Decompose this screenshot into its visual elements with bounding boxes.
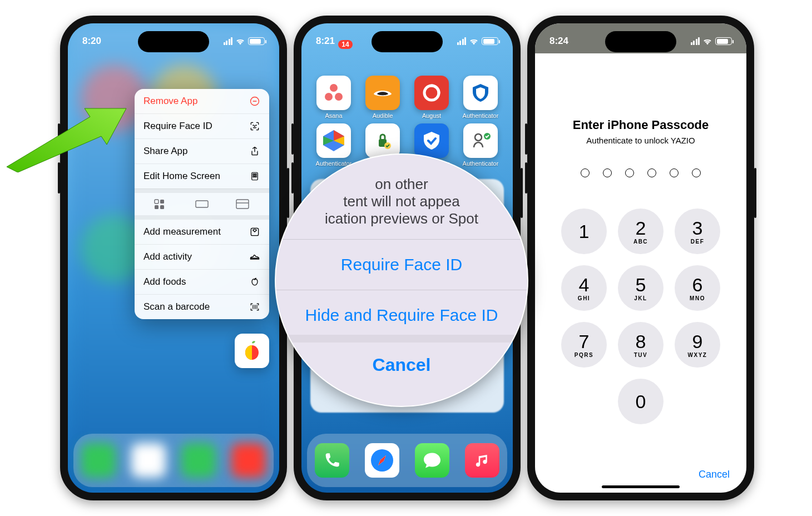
menu-label: Edit Home Screen bbox=[143, 171, 220, 182]
apps-icon bbox=[249, 171, 260, 182]
scale-icon bbox=[249, 226, 260, 237]
keypad-key-2[interactable]: 2ABC bbox=[618, 209, 664, 254]
keypad-key-5[interactable]: 5JKL bbox=[618, 265, 664, 311]
widget-small-icon[interactable] bbox=[154, 199, 169, 210]
keypad-key-8[interactable]: 8TUV bbox=[618, 322, 664, 368]
menu-add-measurement[interactable]: Add measurement bbox=[135, 220, 269, 245]
home-app[interactable]: August bbox=[407, 76, 456, 119]
app-icon[interactable] bbox=[365, 76, 400, 110]
action-hide-and-require-face-id[interactable]: Hide and Require Face ID bbox=[276, 296, 527, 335]
key-number: 6 bbox=[692, 275, 703, 294]
passcode-title: Enter iPhone Passcode bbox=[535, 118, 746, 132]
svg-point-19 bbox=[325, 93, 333, 101]
status-bar: 8:24 80 bbox=[535, 23, 746, 53]
menu-edit-home-screen[interactable]: Edit Home Screen bbox=[135, 164, 269, 189]
minus-circle-icon bbox=[249, 96, 260, 107]
wifi-icon bbox=[469, 37, 479, 45]
key-number: 5 bbox=[636, 275, 646, 294]
dock-app[interactable] bbox=[131, 443, 166, 478]
key-number: 4 bbox=[579, 275, 590, 294]
key-number: 8 bbox=[636, 332, 646, 351]
key-number: 1 bbox=[579, 222, 590, 241]
home-app[interactable]: Authenticator bbox=[456, 123, 505, 167]
home-app[interactable]: Audible bbox=[358, 76, 407, 119]
menu-add-foods[interactable]: Add foods bbox=[135, 270, 269, 295]
svg-rect-4 bbox=[252, 172, 258, 180]
svg-rect-6 bbox=[255, 174, 256, 175]
menu-remove-app[interactable]: Remove App bbox=[135, 89, 269, 114]
yazio-app-icon[interactable] bbox=[235, 334, 269, 368]
cell-signal-icon bbox=[457, 37, 467, 45]
dock-app[interactable] bbox=[231, 443, 266, 478]
status-time: 8:21 bbox=[316, 36, 335, 47]
key-number: 3 bbox=[692, 219, 703, 237]
keypad-key-1[interactable]: 1 bbox=[561, 209, 607, 254]
menu-widget-size-segment[interactable] bbox=[135, 188, 269, 220]
menu-label: Add foods bbox=[143, 276, 186, 287]
dock-app[interactable] bbox=[181, 443, 216, 478]
svg-point-20 bbox=[335, 93, 343, 101]
svg-point-18 bbox=[330, 84, 338, 92]
battery-icon: 81 bbox=[482, 37, 498, 45]
dock bbox=[73, 434, 274, 487]
menu-add-activity[interactable]: Add activity bbox=[135, 245, 269, 270]
key-number: 0 bbox=[636, 392, 646, 411]
zoom-detail-circle: on other tent will not appea ication pre… bbox=[275, 153, 528, 407]
key-number: 9 bbox=[692, 332, 703, 351]
keypad-key-3[interactable]: 3DEF bbox=[675, 209, 720, 254]
app-icon[interactable] bbox=[463, 76, 498, 110]
passcode-cancel-button[interactable]: Cancel bbox=[699, 469, 730, 480]
key-letters: PQRS bbox=[575, 352, 593, 358]
keypad-key-0[interactable]: 0 bbox=[618, 379, 664, 424]
home-screen-grid: Asana14AudibleAugustAuthenticatorAuthent… bbox=[301, 71, 513, 167]
action-require-face-id[interactable]: Require Face ID bbox=[276, 245, 527, 284]
face-id-icon bbox=[249, 121, 260, 132]
app-icon[interactable] bbox=[316, 76, 351, 110]
home-app[interactable]: Authenticator bbox=[309, 123, 358, 167]
menu-label: Scan a barcode bbox=[143, 301, 210, 312]
app-icon[interactable] bbox=[316, 123, 351, 158]
app-icon[interactable] bbox=[463, 123, 498, 158]
svg-rect-14 bbox=[236, 200, 249, 209]
phone-1-frame: 8:20 81 Remove App Require Face ID bbox=[60, 16, 287, 500]
widget-large-icon[interactable] bbox=[235, 199, 250, 210]
keypad-key-7[interactable]: 7PQRS bbox=[561, 322, 607, 368]
menu-label: Remove App bbox=[143, 96, 197, 107]
keypad-key-6[interactable]: 6MNO bbox=[675, 265, 720, 311]
shoe-icon bbox=[249, 251, 260, 262]
app-label: Audible bbox=[373, 112, 393, 119]
passcode-subtitle: Authenticate to unlock YAZIO bbox=[535, 136, 746, 145]
menu-require-face-id[interactable]: Require Face ID bbox=[135, 114, 269, 139]
app-icon[interactable] bbox=[414, 76, 449, 110]
dock-app[interactable] bbox=[81, 443, 116, 478]
status-time: 8:20 bbox=[82, 36, 101, 47]
svg-rect-11 bbox=[155, 205, 159, 209]
home-app[interactable]: Asana14 bbox=[309, 76, 358, 119]
menu-scan-barcode[interactable]: Scan a barcode bbox=[135, 295, 269, 319]
menu-label: Add activity bbox=[143, 251, 192, 262]
app-label: August bbox=[422, 112, 441, 119]
music-app-icon[interactable] bbox=[465, 443, 499, 478]
dock bbox=[307, 434, 507, 487]
apple-icon bbox=[249, 276, 260, 287]
home-app[interactable]: Authenticator bbox=[456, 76, 505, 119]
phone-app-icon[interactable] bbox=[315, 443, 349, 478]
messages-app-icon[interactable] bbox=[415, 443, 449, 478]
menu-share-app[interactable]: Share App bbox=[135, 139, 269, 164]
status-bar: 8:21 81 bbox=[301, 23, 513, 53]
key-letters: JKL bbox=[634, 295, 647, 301]
status-bar: 8:20 81 bbox=[68, 23, 279, 53]
svg-rect-8 bbox=[255, 176, 256, 177]
svg-rect-5 bbox=[253, 174, 254, 175]
widget-medium-icon[interactable] bbox=[194, 199, 210, 210]
home-indicator[interactable] bbox=[602, 485, 680, 488]
cell-signal-icon bbox=[691, 37, 700, 45]
menu-label: Add measurement bbox=[143, 226, 221, 237]
key-number: 7 bbox=[579, 332, 590, 351]
keypad-key-9[interactable]: 9WXYZ bbox=[675, 322, 720, 368]
safari-app-icon[interactable] bbox=[365, 443, 399, 478]
app-icon[interactable] bbox=[414, 123, 449, 158]
app-icon[interactable] bbox=[365, 123, 400, 158]
keypad-key-4[interactable]: 4GHI bbox=[561, 265, 607, 311]
barcode-icon bbox=[249, 301, 260, 312]
